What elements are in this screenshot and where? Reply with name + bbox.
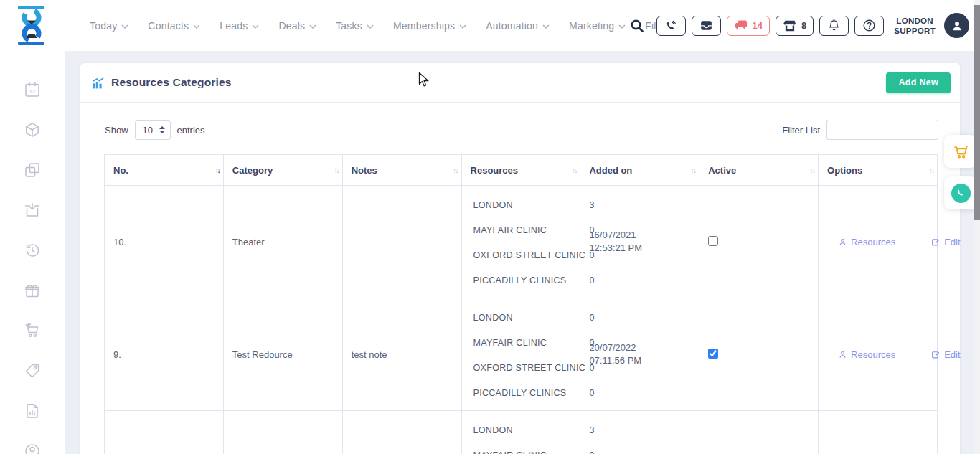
cell-active — [699, 298, 819, 411]
column-header-resources[interactable]: Resources ↑↓ — [461, 155, 580, 186]
discount-tag-icon[interactable] — [24, 362, 41, 379]
copy-icon[interactable] — [24, 161, 41, 179]
column-header-no-[interactable]: No. ↑↓ — [105, 155, 224, 186]
nav-marketing[interactable]: Marketing — [569, 20, 626, 32]
cell-added-on — [580, 411, 699, 454]
resource-line: PICCADILLY CLINICS0 — [473, 380, 573, 405]
search-icon[interactable] — [628, 16, 646, 35]
add-new-button[interactable]: Add New — [886, 72, 951, 93]
resource-line: MAYFAIR CLINIC0 — [473, 217, 573, 242]
phone-icon — [664, 19, 677, 32]
cell-category — [223, 411, 342, 454]
chevron-down-icon — [309, 24, 316, 29]
chat-button[interactable]: 14 — [727, 16, 770, 36]
cube-icon[interactable] — [24, 121, 41, 138]
person-icon — [950, 19, 964, 33]
scrollbar-thumb[interactable] — [974, 5, 980, 220]
cart-icon[interactable] — [24, 322, 41, 339]
nav-contacts[interactable]: Contacts — [148, 20, 200, 32]
chat-count-badge: 14 — [753, 20, 763, 31]
question-icon — [862, 19, 876, 32]
column-header-notes[interactable]: Notes ↑↓ — [342, 155, 461, 186]
active-checkbox[interactable] — [708, 349, 718, 359]
notifications-button[interactable] — [819, 16, 849, 36]
cell-options: Resources Edit Delete — [819, 298, 938, 411]
user-circle-icon[interactable] — [24, 443, 41, 454]
store-button[interactable]: 8 — [776, 16, 814, 36]
sort-icon: ↑↓ — [453, 166, 458, 174]
gift-icon[interactable] — [24, 282, 41, 299]
order-box-icon[interactable] — [24, 202, 41, 219]
app-logo[interactable] — [16, 5, 47, 47]
page-size-select[interactable]: 10 — [135, 120, 171, 140]
main-nav: Today Contacts Leads Deals Tasks Members… — [90, 0, 667, 51]
nav-memberships[interactable]: Memberships — [393, 20, 466, 32]
phone-circle-icon — [951, 184, 971, 203]
inbox-button[interactable] — [692, 16, 721, 36]
report-icon[interactable] — [24, 402, 41, 420]
active-checkbox[interactable] — [708, 236, 718, 246]
nav-leads[interactable]: Leads — [220, 20, 259, 32]
calls-button[interactable] — [656, 16, 686, 36]
user-name: LONDON SUPPORT — [894, 16, 936, 36]
history-icon[interactable] — [24, 242, 41, 259]
edit-square-icon — [931, 350, 941, 359]
cart-widget[interactable] — [944, 135, 977, 168]
person-icon — [838, 237, 847, 247]
cell-options: Resources Edit Delete — [819, 186, 938, 298]
resources-link[interactable]: Resources — [838, 349, 895, 360]
cell-category: Test Redource — [223, 298, 342, 411]
resources-link[interactable]: Resources — [838, 237, 895, 247]
nav-today[interactable]: Today — [90, 20, 128, 32]
cell-resources: LONDON3MAYFAIR CLINIC0 — [461, 411, 580, 454]
filter-input[interactable] — [826, 120, 938, 140]
calendar-icon[interactable]: 12 — [24, 81, 41, 98]
table-row: 9. Test Redource test note LONDON0MAYFAI… — [105, 298, 938, 411]
phone-widget[interactable] — [944, 176, 977, 209]
table-row: 10. Theater LONDON3MAYFAIR CLINIC0OXFORD… — [105, 186, 938, 298]
resource-line: LONDON3 — [473, 192, 573, 217]
person-icon — [838, 350, 847, 359]
svg-text:12: 12 — [29, 88, 36, 95]
resources-categories-card: Resources Categories Add New Show 10 ent… — [80, 63, 960, 454]
filter-group: Filter List — [782, 120, 938, 140]
avatar[interactable] — [944, 13, 969, 38]
table-row: LONDON3MAYFAIR CLINIC0 — [105, 411, 938, 454]
column-header-category[interactable]: Category ↑↓ — [223, 155, 342, 186]
column-header-added-on[interactable]: Added on ↑↓ — [580, 155, 699, 186]
resource-line: MAYFAIR CLINIC0 — [473, 330, 573, 355]
sort-icon: ↑↓ — [572, 166, 577, 174]
cell-active — [699, 186, 819, 298]
resource-line: MAYFAIR CLINIC0 — [473, 443, 573, 454]
resource-line: OXFORD STREET CLINIC0 — [473, 242, 573, 268]
column-header-active[interactable]: Active ↑↓ — [699, 155, 819, 186]
edit-link[interactable]: Edit — [931, 349, 960, 360]
show-label: Show — [105, 125, 128, 136]
cell-no: 10. — [105, 186, 224, 298]
sort-icon: ↑↓ — [215, 166, 220, 174]
nav-tasks[interactable]: Tasks — [336, 20, 374, 32]
cell-resources: LONDON0MAYFAIR CLINIC0OXFORD STREET CLIN… — [461, 298, 580, 411]
header-actions: 14 8 LONDON SUPPORT — [628, 0, 969, 51]
chevron-down-icon — [121, 24, 128, 29]
nav-deals[interactable]: Deals — [278, 20, 316, 32]
column-header-options[interactable]: Options ↑↓ — [819, 155, 938, 186]
resource-line: LONDON3 — [473, 417, 573, 443]
cell-notes — [342, 186, 461, 298]
sort-icon: ↑↓ — [810, 166, 815, 174]
nav-automation[interactable]: Automation — [486, 20, 550, 32]
edit-link[interactable]: Edit — [931, 237, 960, 247]
cell-no — [105, 411, 224, 454]
select-arrows-icon — [159, 126, 165, 133]
cell-category: Theater — [223, 186, 342, 298]
resource-line: PICCADILLY CLINICS0 — [473, 268, 573, 293]
bell-icon — [828, 19, 840, 32]
sort-icon: ↑↓ — [929, 166, 934, 174]
cell-active — [699, 411, 819, 454]
chart-icon — [91, 76, 105, 90]
resource-line: LONDON0 — [473, 305, 573, 330]
page-size-group: Show 10 entries — [105, 120, 205, 140]
help-button[interactable] — [854, 16, 884, 36]
scrollbar-track[interactable] — [974, 0, 980, 454]
chat-icon — [734, 19, 748, 32]
